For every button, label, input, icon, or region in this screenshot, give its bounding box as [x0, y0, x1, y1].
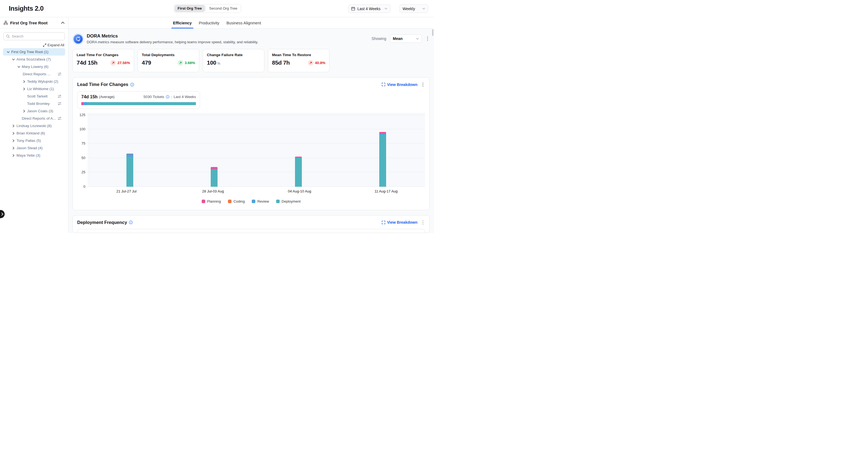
org-tree-toggle: First Org TreeSecond Org Tree [174, 4, 241, 13]
org-toggle-option[interactable]: First Org Tree [175, 5, 205, 12]
tabs-bar: EfficiencyProductivityBusiness Alignment [68, 17, 434, 29]
tree-item-label: Brian Kirkland (6) [17, 131, 45, 135]
chevron-down-icon[interactable] [7, 51, 11, 53]
tree-item-teddy-wylupski-2[interactable]: Teddy Wylupski (2) [3, 78, 65, 85]
metric-card-value: 479 [142, 59, 151, 66]
view-breakdown-button[interactable]: View Breakdown [382, 82, 417, 87]
chevron-right-icon[interactable] [23, 88, 27, 90]
bar-segment-deployment [379, 135, 386, 187]
x-axis: 21 Jul-27 Jul28 Jul-03 Aug04 Aug-10 Aug1… [83, 189, 429, 193]
deployment-frequency-title: Deployment Frequency [77, 220, 127, 225]
chevron-right-icon[interactable] [12, 124, 17, 127]
chevron-right-icon[interactable] [12, 132, 17, 135]
sidebar-search [3, 32, 65, 40]
info-icon[interactable] [129, 221, 133, 224]
info-icon[interactable] [130, 83, 134, 87]
chevron-right-icon[interactable] [23, 110, 27, 113]
tab-efficiency[interactable]: Efficiency [173, 17, 192, 28]
tree-item-tony-pallas-5[interactable]: Tony Pallas (5) [3, 137, 65, 144]
legend-item-review[interactable]: Review [252, 199, 269, 203]
legend-swatch [276, 200, 280, 203]
tree-item-label: Jason Stead (4) [17, 146, 42, 150]
tree-item-liz-whittome-1[interactable]: Liz Whittome (1) [3, 85, 65, 92]
deployment-summary-card [77, 229, 425, 233]
chevron-right-icon[interactable] [12, 147, 17, 149]
view-breakdown-icon [382, 83, 385, 86]
deployment-frequency-kebab-menu-icon[interactable] [421, 219, 425, 226]
scrollbar-thumb[interactable] [432, 29, 433, 36]
tab-productivity[interactable]: Productivity [199, 17, 219, 28]
tree-item-scott-tarkett[interactable]: Scott Tarkett [3, 92, 65, 100]
view-breakdown-button[interactable]: View Breakdown [382, 220, 417, 225]
y-axis: 0255075100125 [77, 113, 88, 187]
filter-sliders-icon[interactable] [58, 116, 62, 120]
gridline [88, 115, 425, 115]
chevron-down-icon[interactable] [18, 65, 22, 68]
phase-segment-planning [81, 102, 83, 105]
metric-card-value: 100 [207, 59, 216, 66]
lead-time-kebab-menu-icon[interactable] [421, 81, 425, 88]
tree-item-direct-reports[interactable]: Direct Reports ... [3, 70, 65, 78]
search-input[interactable] [12, 34, 62, 38]
expand-all-button[interactable]: Expand All [4, 43, 64, 47]
date-range-select[interactable]: Last 4 Weeks [348, 4, 391, 13]
filter-sliders-icon[interactable] [58, 72, 62, 76]
dora-metrics-subtitle: DORA metrics measure software delivery p… [87, 40, 258, 44]
legend-swatch [228, 200, 231, 203]
legend-item-planning[interactable]: Planning [202, 199, 221, 203]
stacked-bar-21-jul-27-jul[interactable] [126, 154, 133, 187]
stacked-bar-11-aug-17-aug[interactable] [379, 132, 386, 186]
tree-item-lindsay-liszewski-8[interactable]: Lindsay Liszewski (8) [3, 122, 65, 129]
tree-item-first-org-tree-root-1[interactable]: First Org Tree Root (1) [3, 48, 65, 56]
chevron-right-icon[interactable] [12, 139, 17, 142]
summary-average-value: 74d 15h [81, 94, 98, 99]
tree-item-todd-bromley[interactable]: Todd Bromley [3, 100, 65, 107]
chevron-down-icon [384, 8, 388, 9]
granularity-select[interactable]: Weekly [400, 4, 428, 13]
tree-item-brian-kirkland-6[interactable]: Brian Kirkland (6) [3, 129, 65, 137]
chevron-down-icon[interactable] [12, 58, 17, 61]
stacked-bar-28-jul-03-aug[interactable] [211, 167, 218, 186]
tab-business-alignment[interactable]: Business Alignment [226, 17, 261, 28]
dora-metrics-title: DORA Metrics [87, 33, 258, 39]
tree-item-maya-yette-3[interactable]: Maya Yette (3) [3, 152, 65, 159]
collapse-panel-icon[interactable] [61, 22, 65, 24]
gridline [88, 129, 425, 129]
tree-item-label: Direct Reports of A... [22, 116, 56, 120]
tree-item-jason-stead-4[interactable]: Jason Stead (4) [3, 144, 65, 152]
legend-label: Coding [234, 199, 245, 203]
trend-delta: 3.68% [185, 61, 195, 65]
tree-item-anna-scozzafava-7[interactable]: Anna Scozzafava (7) [3, 56, 65, 63]
summary-average-qualifier: (Average) [99, 95, 115, 99]
chart-legend: PlanningCodingReviewDeployment [73, 199, 429, 210]
aggregation-select[interactable]: Mean [390, 34, 422, 43]
org-toggle-option[interactable]: Second Org Tree [206, 5, 241, 12]
metric-cards-row: Lead Time For Changes 74d 15h 27.56%Tota… [72, 49, 430, 72]
tree-item-label: Jason Coats (3) [27, 109, 53, 113]
legend-item-deployment[interactable]: Deployment [276, 199, 301, 203]
chevron-right-icon[interactable] [23, 80, 27, 83]
tree-item-label: First Org Tree Root (1) [11, 50, 49, 54]
info-icon[interactable] [166, 95, 169, 98]
chevron-right-icon[interactable] [12, 154, 17, 157]
y-axis-tick-label: 75 [82, 142, 85, 145]
x-axis-tick-label: 28 Jul-03 Aug [170, 189, 256, 193]
bar-segment-review [126, 154, 133, 156]
phase-distribution-bar [81, 102, 196, 105]
lead-time-summary-card: 74d 15h (Average) 5030 Tickets | Last 4 … [77, 91, 200, 109]
legend-item-coding[interactable]: Coding [228, 199, 245, 203]
tree-item-label: Teddy Wylupski (2) [27, 79, 58, 84]
stacked-bar-04-aug-10-aug[interactable] [295, 156, 302, 186]
metric-card-unit: % [217, 62, 220, 65]
filter-sliders-icon[interactable] [58, 101, 62, 106]
tree-item-jason-coats-3[interactable]: Jason Coats (3) [3, 107, 65, 115]
tree-item-label: Todd Bromley [27, 101, 50, 106]
sidebar: First Org Tree Root Expand All First Org… [0, 17, 68, 233]
legend-label: Review [257, 199, 269, 203]
tree-item-mary-lowery-6[interactable]: Mary Lowery (6) [3, 63, 65, 70]
filter-sliders-icon[interactable] [58, 94, 62, 98]
summary-tickets: 5030 Tickets [144, 95, 164, 99]
tree-item-direct-reports-of-a[interactable]: Direct Reports of A... [3, 115, 65, 122]
legend-label: Deployment [282, 199, 301, 203]
dora-kebab-menu-icon[interactable] [426, 35, 430, 42]
